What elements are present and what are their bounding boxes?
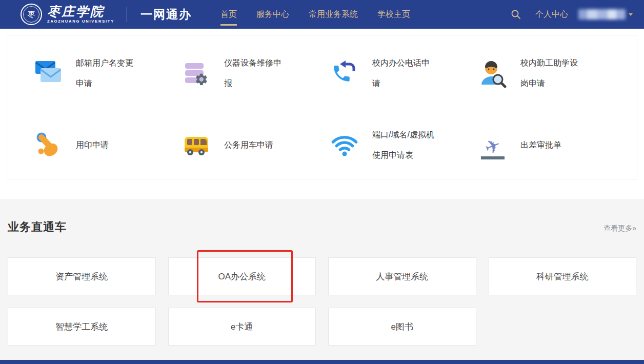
airplane-icon: ✈: [478, 131, 507, 159]
hand-pointer-icon: [34, 131, 63, 159]
nav-item-school-homepage[interactable]: 学校主页: [377, 0, 410, 29]
service-label: 邮箱用户名变更申请: [76, 53, 138, 94]
nav-item-home[interactable]: 首页: [220, 0, 237, 29]
view-more-link[interactable]: 查看更多»: [603, 224, 636, 233]
system-box-e-book[interactable]: e图书: [328, 308, 476, 346]
section-title: 业务直通车: [8, 219, 67, 235]
services-card: 邮箱用户名变更申请 仪器设备维修申报 校内办公电话申请: [7, 35, 637, 179]
service-item-office-phone[interactable]: 校内办公电话申请: [330, 37, 478, 109]
person-search-icon: [478, 59, 507, 88]
header-right: 个人中心: [511, 9, 633, 20]
service-item-official-vehicle[interactable]: 公务用车申请: [182, 109, 330, 181]
service-label: 校内办公电话申请: [372, 53, 435, 94]
business-section: 业务直通车 查看更多» 资产管理系统 OA办公系统 人事管理系统 科研管理系统 …: [0, 199, 644, 360]
seal-glyph: 枣: [23, 6, 39, 23]
system-box-asset-management[interactable]: 资产管理系统: [8, 257, 156, 295]
services-zone: 邮箱用户名变更申请 仪器设备维修申报 校内办公电话申请: [0, 29, 644, 199]
service-item-equipment-repair[interactable]: 仪器设备维修申报: [182, 37, 330, 109]
service-item-port-domain-vm[interactable]: 端口/域名/虚拟机使用申请表: [330, 109, 478, 181]
system-box-e-card[interactable]: e卡通: [168, 308, 316, 346]
main-nav: 首页 服务中心 常用业务系统 学校主页: [220, 0, 430, 29]
portal-title: 一网通办: [140, 7, 192, 23]
airplane-glyph: ✈: [482, 135, 503, 158]
service-label: 校内勤工助学设岗申请: [520, 53, 583, 94]
business-section-header: 业务直通车 查看更多»: [8, 219, 636, 235]
system-box-oa-office[interactable]: OA办公系统: [168, 257, 316, 295]
university-name-zh: 枣庄学院: [47, 5, 114, 18]
university-name: 枣庄学院 ZAOZHUANG UNIVERSITY: [47, 5, 114, 24]
footer-bar: [0, 360, 644, 364]
service-item-business-trip[interactable]: ✈ 出差审批单: [478, 109, 627, 181]
header-divider: [127, 7, 127, 22]
service-label: 端口/域名/虚拟机使用申请表: [372, 125, 435, 166]
bus-icon: [182, 131, 211, 159]
chevron-down-icon: [629, 13, 633, 16]
system-box-hr-management[interactable]: 人事管理系统: [328, 257, 476, 295]
service-label: 公务用车申请: [224, 135, 287, 155]
system-box-smart-student-affairs[interactable]: 智慧学工系统: [8, 308, 156, 346]
service-label: 仪器设备维修申报: [224, 53, 287, 94]
service-item-work-study-post[interactable]: 校内勤工助学设岗申请: [478, 37, 627, 109]
systems-grid: 资产管理系统 OA办公系统 人事管理系统 科研管理系统 智慧学工系统 e卡通 e…: [8, 257, 636, 346]
service-item-email-username-change[interactable]: 邮箱用户名变更申请: [34, 37, 182, 109]
system-box-research-management[interactable]: 科研管理系统: [489, 257, 637, 295]
mail-icon: [34, 59, 63, 88]
personal-center-link[interactable]: 个人中心: [535, 9, 568, 20]
wifi-icon: [330, 131, 359, 159]
search-icon[interactable]: [511, 9, 521, 19]
service-label: 出差审批单: [520, 135, 583, 155]
service-label: 用印申请: [76, 135, 138, 155]
server-gear-icon: [182, 59, 211, 88]
university-name-en: ZAOZHUANG UNIVERSITY: [47, 19, 114, 24]
user-name-blurred[interactable]: [578, 9, 626, 19]
nav-item-service-center[interactable]: 服务中心: [256, 0, 289, 29]
top-navbar: 枣 枣庄学院 ZAOZHUANG UNIVERSITY 一网通办 首页 服务中心…: [0, 0, 644, 29]
service-item-seal-application[interactable]: 用印申请: [34, 109, 182, 181]
nav-item-common-systems[interactable]: 常用业务系统: [309, 0, 358, 29]
system-box-label: OA办公系统: [218, 271, 266, 282]
phone-callback-icon: [330, 59, 359, 88]
university-seal-logo[interactable]: 枣: [21, 4, 42, 25]
